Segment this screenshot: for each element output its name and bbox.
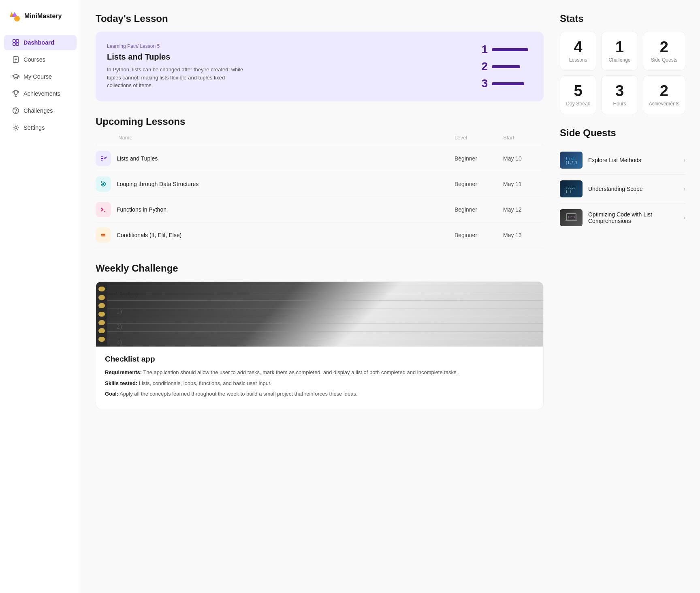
stat-label-hours: Hours — [607, 101, 632, 107]
col-level: Level — [455, 135, 503, 141]
lesson-name-3: Functions in Python — [117, 206, 166, 213]
lesson-start-2: May 11 — [503, 181, 544, 187]
lesson-row-name: Lists and Tuples — [96, 151, 455, 166]
lesson-row-name: Looping through Data Structures — [96, 176, 455, 192]
lesson-name-2: Looping through Data Structures — [117, 181, 198, 187]
notebook-spiral — [96, 282, 107, 347]
settings-icon — [12, 124, 19, 131]
col-start: Start — [503, 135, 544, 141]
lesson-title: Lists and Tuples — [107, 52, 245, 62]
lesson-level-1: Beginner — [455, 155, 503, 162]
sidebar-item-challenges[interactable]: Challenges — [4, 103, 77, 118]
lesson-start-1: May 10 — [503, 155, 544, 162]
lesson-icon-function — [96, 202, 111, 217]
quest-item-2[interactable]: scope { } Understanding Scope › — [560, 175, 685, 203]
lesson-path: Learning Path/ Lesson 5 — [107, 43, 245, 49]
svg-text:[1,2,3]: [1,2,3] — [566, 161, 578, 165]
lesson-description: In Python, lists can be changed after th… — [107, 66, 245, 90]
lesson-icon-list — [96, 151, 111, 166]
stat-card-challenge: 1 Challenge — [601, 32, 638, 71]
svg-rect-4 — [16, 40, 19, 42]
quest-item-1[interactable]: list [1,2,3] Explore List Methods › — [560, 146, 685, 175]
main-content: Today's Lesson Learning Path/ Lesson 5 L… — [81, 0, 700, 593]
weekly-challenge-title: Weekly Challenge — [96, 263, 544, 274]
table-row[interactable]: Functions in PythonBeginnerMay 12 — [96, 197, 544, 223]
sidebar-label-achievements: Achievements — [23, 90, 60, 97]
svg-text:list: list — [566, 156, 575, 161]
table-row[interactable]: Looping through Data Structures Beginner… — [96, 171, 544, 197]
quest-title-2: Understanding Scope — [588, 186, 678, 192]
svg-text:{ }: { } — [566, 190, 571, 194]
stat-number-lessons: 4 — [566, 39, 590, 55]
list-row-3: 3 — [479, 77, 528, 90]
left-column: Today's Lesson Learning Path/ Lesson 5 L… — [96, 13, 544, 580]
today-lesson-card[interactable]: Learning Path/ Lesson 5 Lists and Tuples… — [96, 32, 544, 101]
sidebar-label-challenges: Challenges — [23, 107, 53, 114]
lesson-icon-conditional — [96, 227, 111, 243]
lesson-row-name: Functions in Python — [96, 202, 455, 217]
table-row[interactable]: Lists and Tuples Beginner May 10 — [96, 146, 544, 171]
lesson-level-2: Beginner — [455, 181, 503, 187]
todays-lesson-title: Today's Lesson — [96, 13, 544, 24]
stat-card-streak: 5 Day Streak — [560, 75, 596, 114]
upcoming-lessons-section: Upcoming Lessons Name Level Start Lists … — [96, 116, 544, 248]
stat-label-lessons: Lessons — [566, 57, 590, 63]
stat-number-achievements: 2 — [649, 83, 679, 98]
right-column: Stats 4 Lessons 1 Challenge 2 Side Quest… — [560, 13, 685, 580]
sidebar-item-my-course[interactable]: My Course — [4, 69, 77, 84]
lesson-level-4: Beginner — [455, 232, 503, 238]
quest-image-2: scope { } — [560, 180, 583, 197]
table-row[interactable]: Conditionals (If, Elif, Else) Beginner M… — [96, 223, 544, 248]
challenges-icon — [12, 107, 19, 114]
stat-label-sidequests: Side Quests — [649, 57, 679, 63]
svg-rect-32 — [566, 220, 577, 221]
list-row-2: 2 — [479, 60, 528, 73]
svg-point-21 — [103, 184, 104, 185]
sidebar-item-courses[interactable]: Courses — [4, 52, 77, 67]
challenge-card[interactable]: Today 1)2)3) Checklist app Requirements:… — [96, 281, 544, 409]
app-name: MiniMastery — [24, 13, 62, 20]
chevron-right-icon: › — [683, 156, 685, 164]
stat-label-challenge: Challenge — [607, 57, 632, 63]
svg-text:scope: scope — [566, 186, 575, 190]
col-name: Name — [118, 135, 455, 141]
sidebar-item-settings[interactable]: Settings — [4, 120, 77, 135]
logo: MiniMastery — [0, 10, 81, 34]
stat-number-sidequests: 2 — [649, 39, 679, 55]
challenge-goal: Goal: Apply all the concepts learned thr… — [105, 390, 534, 398]
quest-image-3: [x**2] — [560, 209, 583, 226]
challenge-body: Checklist app Requirements: The applicat… — [96, 347, 543, 409]
svg-rect-6 — [16, 43, 19, 45]
side-quests-title: Side Quests — [560, 127, 685, 139]
lesson-start-3: May 12 — [503, 206, 544, 213]
svg-marker-11 — [13, 74, 19, 78]
quest-item-3[interactable]: [x**2] Optimizing Code with List Compreh… — [560, 203, 685, 232]
side-quests-list: list [1,2,3] Explore List Methods › scop… — [560, 146, 685, 232]
chevron-right-icon: › — [683, 185, 685, 193]
book-icon — [12, 56, 19, 63]
lesson-row-name: Conditionals (If, Elif, Else) — [96, 227, 455, 243]
trophy-icon — [12, 90, 19, 97]
stats-title: Stats — [560, 13, 685, 24]
svg-point-16 — [15, 112, 16, 113]
svg-rect-3 — [13, 40, 15, 42]
stat-number-challenge: 1 — [607, 39, 632, 55]
sidebar-label-settings: Settings — [23, 124, 45, 131]
stat-label-achievements: Achievements — [649, 101, 679, 107]
list-row-1: 1 — [479, 43, 528, 56]
lesson-visual: 1 2 3 — [479, 43, 532, 90]
stat-card-hours: 3 Hours — [601, 75, 638, 114]
lesson-name-4: Conditionals (If, Elif, Else) — [117, 232, 181, 238]
quest-title-1: Explore List Methods — [588, 157, 678, 163]
lesson-level-3: Beginner — [455, 206, 503, 213]
lesson-card-text: Learning Path/ Lesson 5 Lists and Tuples… — [107, 43, 245, 90]
stat-card-lessons: 4 Lessons — [560, 32, 596, 71]
sidebar: MiniMastery Dashboard Courses My Course — [0, 0, 81, 593]
stat-card-achievements: 2 Achievements — [643, 75, 685, 114]
svg-text:[x**2]: [x**2] — [568, 216, 577, 218]
sidebar-item-achievements[interactable]: Achievements — [4, 86, 77, 101]
challenge-requirements: Requirements: The application should all… — [105, 368, 534, 377]
lesson-icon-loop — [96, 176, 111, 192]
sidebar-item-dashboard[interactable]: Dashboard — [4, 35, 77, 50]
chevron-right-icon: › — [683, 214, 685, 221]
